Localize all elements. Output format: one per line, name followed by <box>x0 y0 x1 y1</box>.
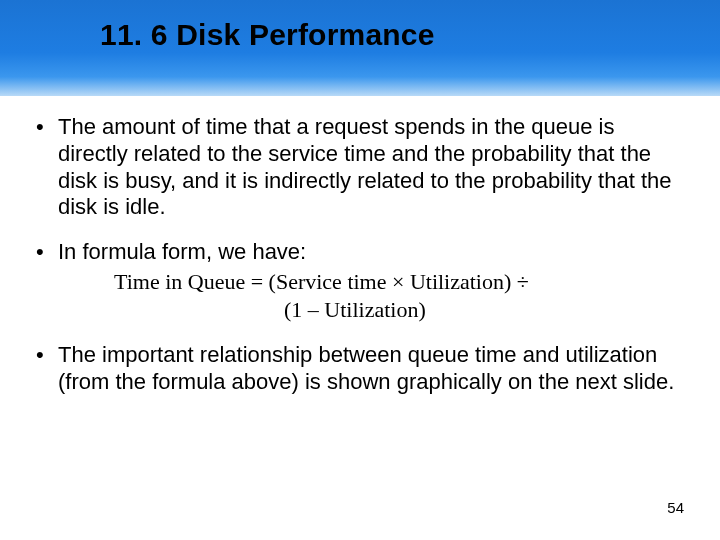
formula-block: Time in Queue = (Service time × Utilizat… <box>114 268 690 324</box>
page-number: 54 <box>667 499 684 516</box>
formula-line-1: Time in Queue = (Service time × Utilizat… <box>114 269 529 294</box>
header-banner: 11. 6 Disk Performance <box>0 0 720 96</box>
bullet-item: The amount of time that a request spends… <box>30 114 690 221</box>
slide-body: The amount of time that a request spends… <box>0 96 720 396</box>
bullet-item: In formula form, we have: Time in Queue … <box>30 239 690 324</box>
bullet-text: In formula form, we have: <box>58 239 306 264</box>
formula-line-2: (1 – Utilization) <box>114 296 690 324</box>
page-title: 11. 6 Disk Performance <box>100 18 435 52</box>
bullet-item: The important relationship between queue… <box>30 342 690 396</box>
bullet-list: The amount of time that a request spends… <box>30 114 690 396</box>
slide: 11. 6 Disk Performance The amount of tim… <box>0 0 720 540</box>
